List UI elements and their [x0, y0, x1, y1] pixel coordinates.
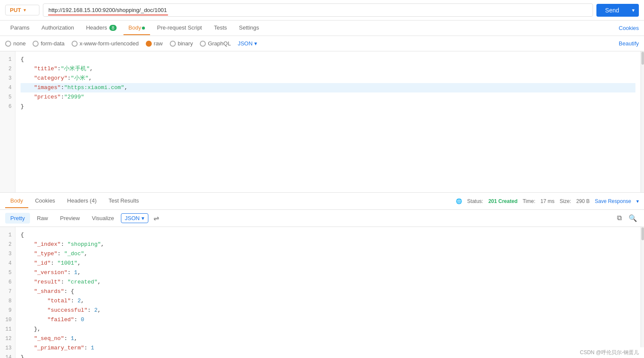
save-response-button[interactable]: Save Response — [595, 198, 631, 204]
response-status-bar: 🌐 Status: 201 Created Time: 17 ms Size: … — [456, 198, 639, 204]
json-chevron-icon: ▾ — [254, 40, 257, 47]
time-value: 17 ms — [541, 198, 555, 204]
app-container: PUT ▾ Send ▾ Params Authorization Header… — [0, 0, 644, 358]
method-selector[interactable]: PUT ▾ — [5, 5, 39, 15]
response-tabs-bar: Body Cookies Headers (4) Test Results 🌐 … — [0, 193, 644, 210]
radio-binary — [170, 41, 176, 47]
json-format-selector[interactable]: JSON ▾ — [238, 40, 257, 47]
body-type-form-data[interactable]: form-data — [33, 40, 65, 47]
resp-tab-test-results[interactable]: Test Results — [103, 194, 144, 208]
method-label: PUT — [10, 7, 21, 13]
response-format-bar: Pretty Raw Preview Visualize JSON ▾ ⇌ ⧉ … — [0, 210, 644, 227]
beautify-button[interactable]: Beautify — [619, 40, 639, 47]
response-panel: Body Cookies Headers (4) Test Results 🌐 … — [0, 193, 644, 358]
time-label: Time: — [523, 198, 536, 204]
request-line-numbers: 1 2 3 4 5 6 — [0, 51, 15, 192]
size-label: Size: — [560, 198, 571, 204]
send-dropdown-button[interactable]: ▾ — [628, 4, 639, 17]
save-response-chevron[interactable]: ▾ — [636, 198, 639, 204]
radio-raw — [146, 41, 152, 47]
url-underline — [48, 15, 168, 15]
size-value: 290 B — [576, 198, 590, 204]
request-scrollbar[interactable] — [641, 51, 644, 192]
tab-settings[interactable]: Settings — [234, 21, 264, 35]
request-body-editor[interactable]: 1 2 3 4 5 6 { "title":"小米手机", "category"… — [0, 51, 644, 193]
status-label: Status: — [467, 198, 483, 204]
headers-badge: 8 — [109, 25, 116, 31]
url-container — [43, 3, 593, 17]
search-icon[interactable]: 🔍 — [627, 212, 639, 224]
scrollbar-thumb — [641, 52, 644, 65]
radio-graphql — [200, 41, 206, 47]
request-body-content: { "title":"小米手机", "category":"小米", "imag… — [15, 51, 641, 192]
copy-icon[interactable]: ⧉ — [615, 212, 623, 224]
body-type-binary[interactable]: binary — [170, 40, 193, 47]
resp-scrollbar-thumb — [641, 227, 644, 240]
url-bar-container: PUT ▾ Send ▾ — [0, 0, 644, 21]
radio-form-data — [33, 41, 39, 47]
tab-tests[interactable]: Tests — [209, 21, 232, 35]
format-preview[interactable]: Preview — [55, 213, 85, 224]
globe-icon: 🌐 — [456, 198, 462, 204]
response-action-icons: ⧉ 🔍 — [615, 212, 639, 224]
resp-json-selector[interactable]: JSON ▾ — [121, 213, 148, 223]
format-visualize[interactable]: Visualize — [87, 213, 119, 224]
cookies-link[interactable]: Cookies — [619, 25, 639, 31]
tab-pre-request[interactable]: Pre-request Script — [152, 21, 207, 35]
tab-body[interactable]: Body — [123, 21, 150, 35]
tab-authorization[interactable]: Authorization — [36, 21, 79, 35]
tab-params[interactable]: Params — [5, 21, 35, 35]
status-code: 201 Created — [488, 198, 518, 204]
response-body-content: 1 2 3 4 5 6 7 8 9 10 11 12 13 14 { "_ind… — [0, 227, 644, 358]
attribution: CSDN @呼伦贝尔-钢蛋儿 — [575, 347, 644, 358]
body-type-urlencoded[interactable]: x-www-form-urlencoded — [72, 40, 139, 47]
response-scrollbar[interactable] — [641, 227, 644, 358]
format-pretty[interactable]: Pretty — [5, 213, 30, 224]
body-dot — [142, 27, 145, 30]
resp-tab-cookies[interactable]: Cookies — [30, 194, 60, 208]
send-button[interactable]: Send — [596, 4, 628, 17]
resp-json-chevron-icon: ▾ — [141, 215, 144, 221]
body-type-bar: none form-data x-www-form-urlencoded raw… — [0, 36, 644, 51]
chevron-down-icon: ▾ — [24, 8, 26, 12]
request-panel: PUT ▾ Send ▾ Params Authorization Header… — [0, 0, 644, 193]
resp-tab-body[interactable]: Body — [5, 194, 28, 208]
body-type-none[interactable]: none — [5, 40, 26, 47]
body-type-raw[interactable]: raw — [146, 40, 163, 47]
response-json-body: { "_index": "shopping", "_type": "_doc",… — [15, 227, 641, 358]
body-type-graphql[interactable]: GraphQL — [200, 40, 231, 47]
radio-urlencoded — [72, 41, 78, 47]
radio-none — [5, 41, 11, 47]
format-raw[interactable]: Raw — [32, 213, 53, 224]
response-line-numbers: 1 2 3 4 5 6 7 8 9 10 11 12 13 14 — [0, 227, 15, 358]
tab-headers[interactable]: Headers 8 — [81, 21, 122, 35]
send-button-group: Send ▾ — [596, 4, 639, 17]
resp-tab-headers[interactable]: Headers (4) — [62, 194, 102, 208]
request-tabs: Params Authorization Headers 8 Body Pre-… — [0, 21, 644, 36]
filter-icon[interactable]: ⇌ — [150, 213, 163, 223]
